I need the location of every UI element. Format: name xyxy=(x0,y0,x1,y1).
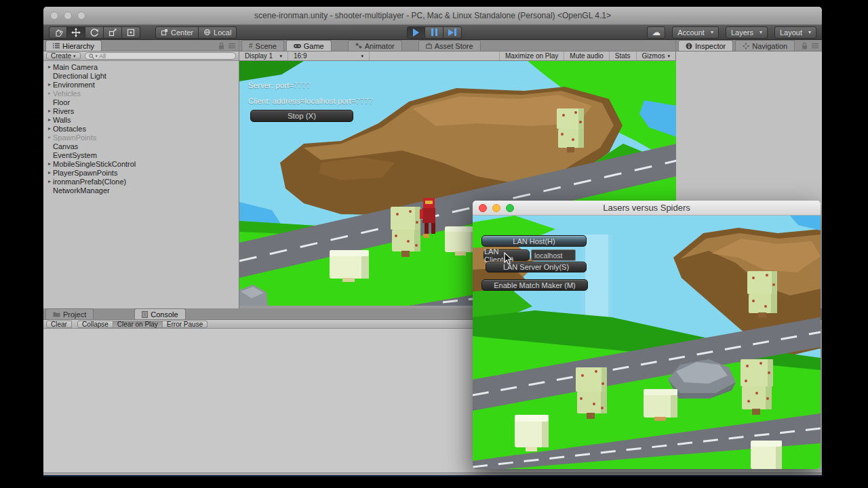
bush xyxy=(644,389,677,421)
gizmos-dropdown[interactable]: Gizmos▾ xyxy=(636,52,675,60)
client-status-text: Client: address=localhost port=7777 xyxy=(248,97,373,105)
hierarchy-item[interactable]: ▸Canvas xyxy=(43,142,239,150)
tree xyxy=(576,367,607,419)
cloud-services-button[interactable]: ☁ xyxy=(647,26,665,39)
layout-dropdown[interactable]: Layout ▾ xyxy=(774,26,816,39)
unity-titlebar: scene-ironman.unity - shooter-multiplaye… xyxy=(43,7,822,25)
scale-tool-button[interactable] xyxy=(104,26,122,39)
close-window-button[interactable] xyxy=(50,12,58,20)
stop-button[interactable]: Stop (X) xyxy=(250,110,353,122)
tab-console[interactable]: Console xyxy=(134,308,185,319)
stats-toggle[interactable]: Stats xyxy=(609,52,636,60)
hierarchy-item[interactable]: ▸Rivers xyxy=(43,106,239,115)
client-address-input[interactable]: localhost xyxy=(531,249,576,261)
clear-on-play-toggle[interactable]: Clear on Play xyxy=(113,321,163,328)
expand-arrow-icon[interactable]: ▸ xyxy=(46,117,53,123)
bush xyxy=(330,250,369,282)
center-label: Center xyxy=(171,28,193,37)
step-button[interactable] xyxy=(443,26,462,39)
zoom-window-button[interactable] xyxy=(506,204,514,212)
animator-icon xyxy=(355,43,362,49)
hierarchy-item[interactable]: ▸EventSystem xyxy=(43,150,239,159)
hierarchy-item[interactable]: ▸Directional Light xyxy=(43,71,239,80)
bush xyxy=(751,441,782,469)
unity-statusbar xyxy=(43,472,822,476)
hierarchy-item[interactable]: ▸PlayerSpawnPoints xyxy=(43,168,239,177)
lan-host-button[interactable]: LAN Host(H) xyxy=(481,235,587,247)
minimize-window-button[interactable] xyxy=(64,12,72,20)
game-window-titlebar[interactable]: Lasers versus Spiders xyxy=(473,201,821,216)
error-pause-toggle[interactable]: Error Pause xyxy=(163,321,208,328)
expand-arrow-icon[interactable]: ▸ xyxy=(46,161,53,167)
layers-dropdown[interactable]: Layers ▾ xyxy=(726,26,768,39)
lan-server-only-button[interactable]: LAN Server Only(S) xyxy=(486,262,587,272)
rotate-tool-button[interactable] xyxy=(85,26,104,39)
tab-asset-store[interactable]: Asset Store xyxy=(418,40,481,51)
game-window-title: Lasers versus Spiders xyxy=(603,203,690,213)
hierarchy-item[interactable]: ▸MobileSingleStickControl xyxy=(43,159,239,168)
expand-arrow-icon[interactable]: ▸ xyxy=(46,125,53,131)
local-label: Local xyxy=(214,28,231,37)
hierarchy-item[interactable]: ▸Environment xyxy=(43,80,239,89)
expand-arrow-icon[interactable]: ▸ xyxy=(46,81,53,87)
close-window-button[interactable] xyxy=(479,204,487,212)
chevron-down-icon: ▾ xyxy=(760,29,762,35)
chevron-down-icon: ▾ xyxy=(73,54,76,59)
hierarchy-item[interactable]: ▸NetworkManager xyxy=(43,186,239,195)
maximize-on-play-toggle[interactable]: Maximize on Play xyxy=(499,52,564,60)
aspect-dropdown[interactable]: 16:9 ▾ xyxy=(288,52,370,60)
move-tool-button[interactable] xyxy=(67,26,85,39)
search-icon xyxy=(89,54,94,59)
tab-scene[interactable]: # Scene xyxy=(241,40,284,51)
hierarchy-search-input[interactable]: ▾ All xyxy=(85,52,236,60)
account-dropdown[interactable]: Account ▾ xyxy=(672,26,719,39)
unity-traffic-lights xyxy=(50,12,85,20)
expand-arrow-icon[interactable]: ▸ xyxy=(46,169,53,176)
chevron-down-icon: ▾ xyxy=(808,29,811,35)
collapse-button[interactable]: Collapse xyxy=(77,321,113,328)
expand-arrow-icon[interactable]: ▸ xyxy=(46,90,53,96)
play-button[interactable] xyxy=(407,26,425,39)
game-controller-icon xyxy=(294,43,301,49)
move-icon xyxy=(71,28,81,37)
panel-menu-icon[interactable] xyxy=(812,43,818,49)
hierarchy-item[interactable]: ▸Walls xyxy=(43,115,239,124)
zoom-window-button[interactable] xyxy=(77,12,85,20)
hierarchy-item[interactable]: ▸Main Camera xyxy=(43,62,239,71)
mute-audio-toggle[interactable]: Mute audio xyxy=(564,52,608,60)
pan-tool-button[interactable] xyxy=(49,26,67,39)
hierarchy-item[interactable]: ▸Vehicles xyxy=(43,89,239,98)
enable-match-maker-button[interactable]: Enable Match Maker (M) xyxy=(481,279,588,291)
hierarchy-item[interactable]: ▸SpawnPoints xyxy=(43,133,239,142)
panel-menu-icon[interactable] xyxy=(229,43,235,49)
tab-animator[interactable]: Animator xyxy=(348,40,402,51)
pause-icon xyxy=(431,28,437,36)
game-window-viewport[interactable]: LAN Host(H) LAN Client(C) localhost LAN … xyxy=(473,216,821,469)
tab-hierarchy[interactable]: Hierarchy xyxy=(45,40,102,51)
hierarchy-item[interactable]: ▸Obstacles xyxy=(43,124,239,133)
hierarchy-tree: ▸Main Camera ▸Directional Light ▸Environ… xyxy=(43,61,239,308)
hierarchy-item[interactable]: ▸Floor xyxy=(43,98,239,106)
pause-button[interactable] xyxy=(425,26,443,39)
expand-arrow-icon[interactable]: ▸ xyxy=(46,134,53,140)
tab-project[interactable]: Project xyxy=(45,308,94,319)
expand-arrow-icon[interactable]: ▸ xyxy=(46,64,53,70)
play-icon xyxy=(413,28,419,37)
expand-arrow-icon[interactable]: ▸ xyxy=(46,178,53,184)
coords-local-button[interactable]: Local xyxy=(199,26,237,39)
lock-icon[interactable] xyxy=(802,42,808,49)
hierarchy-item[interactable]: ▸ironmanPrefab(Clone) xyxy=(43,177,239,186)
tab-inspector[interactable]: Inspector xyxy=(678,40,733,51)
rect-tool-button[interactable] xyxy=(122,26,140,39)
display-dropdown[interactable]: Display 1 ▾ xyxy=(239,52,288,60)
minimize-window-button[interactable] xyxy=(492,204,500,212)
lock-icon[interactable] xyxy=(218,42,224,49)
expand-arrow-icon[interactable]: ▸ xyxy=(46,108,53,114)
clear-button[interactable]: Clear xyxy=(46,321,72,328)
pivot-center-button[interactable]: Center xyxy=(155,26,199,39)
tab-navigation[interactable]: Navigation xyxy=(735,40,795,51)
tab-game[interactable]: Game xyxy=(286,40,332,51)
tree xyxy=(747,271,777,318)
chevron-down-icon: ▾ xyxy=(711,29,713,35)
create-dropdown[interactable]: Create ▾ xyxy=(46,52,81,60)
